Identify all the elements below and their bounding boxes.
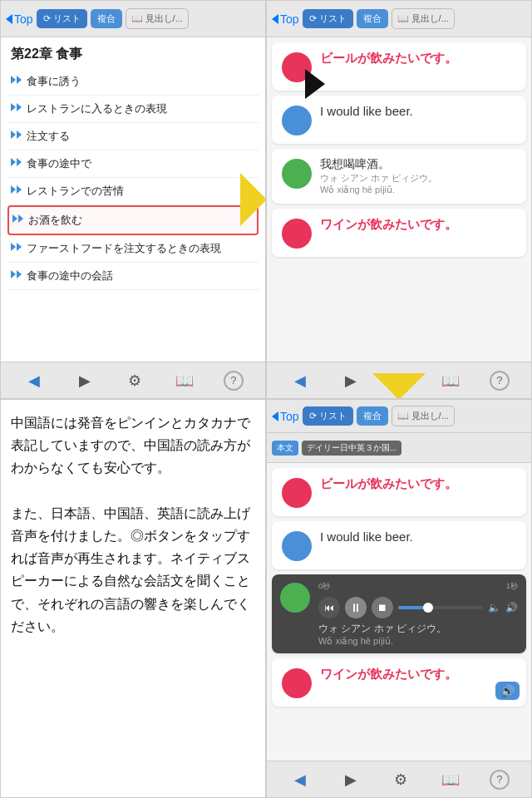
double-arrow-icon [12,214,23,223]
speaker-badge[interactable]: 🔊 [495,682,520,700]
nav-bar-toc: Top ⟳ リスト 複合 📖 見出し/... [1,1,265,37]
forward-nav-icon2[interactable]: ▶ [339,369,362,392]
dot-pink3 [282,478,312,508]
sub-nav: 本文 デイリー日中英３か国... [267,433,531,463]
player-phonetic-kana: ウォ シアン ホァ ピィジウ。 [318,622,518,636]
gear-icon[interactable]: ⚙ [123,369,146,392]
sub-tab-honbun[interactable]: 本文 [272,441,298,456]
player-card-jp-text: ビールが飲みたいです。 [320,476,516,492]
back-nav-icon[interactable]: ◀ [22,369,46,392]
compound-btn-toc[interactable]: 複合 [91,9,122,28]
book-nav-icon[interactable]: 📖 [173,369,196,392]
heading-btn-cards[interactable]: 📖 見出し/... [392,8,455,29]
double-arrow-icon [11,158,22,166]
panel-toc: Top ⟳ リスト 複合 📖 見出し/... 第22章 食事 食事に誘う レスト… [0,0,266,399]
back-button-toc[interactable]: Top [6,12,33,26]
pause-btn[interactable]: ⏸ [345,597,367,618]
list-icon: ⟳ [43,13,51,24]
card-zh[interactable]: 我想喝啤酒。 ウォ シアン ホァ ピィジウ。 Wǒ xiǎng hē píjiǔ… [272,149,526,204]
dot-blue3 [282,531,312,561]
back-nav-icon3[interactable]: ◀ [288,768,312,791]
dot-pink4 [282,668,312,698]
player-card-jp2-text: ワインが飲みたいです。 [320,667,516,682]
list-item-selected[interactable]: お酒を飲む [7,205,259,235]
card-jp2-text: ワインが飲みたいです。 [320,217,516,233]
panel-cards: Top ⟳ リスト 複合 📖 見出し/... ビールが飲みたいです。 I wou… [266,0,532,399]
book-nav-icon3[interactable]: 📖 [439,768,462,791]
back-label-player: Top [280,410,299,423]
list-btn-cards[interactable]: ⟳ リスト [303,9,353,28]
player-cards-list: ビールが飲みたいです。 I would like beer. 0秒 1秒 ⏮ ⏸… [267,463,531,712]
card-phonetic-pinyin: Wǒ xiǎng hē píjiǔ. [320,185,516,195]
back-button-player[interactable]: Top [272,410,299,423]
gear-icon3[interactable]: ⚙ [389,768,412,791]
dot-green [282,159,312,189]
dot-pink2 [282,219,312,249]
skip-back-btn[interactable]: ⏮ [318,597,340,618]
stop-btn[interactable]: ⏹ [372,597,393,618]
double-arrow-icon [11,243,22,251]
forward-nav-icon[interactable]: ▶ [73,369,96,392]
player-card-en-text: I would like beer. [320,530,516,544]
list-btn-player[interactable]: ⟳ リスト [303,406,353,426]
card-jp-text: ビールが飲みたいです。 [320,51,516,66]
bottom-nav-player: ◀ ▶ ⚙ 📖 ? [267,761,531,797]
chapter-title: 第22章 食事 [1,37,265,68]
progress-thumb [423,603,433,613]
bottom-nav-toc: ◀ ▶ ⚙ 📖 ? [1,362,265,398]
card-en[interactable]: I would like beer. [272,96,526,144]
list-item[interactable]: ファーストフードを注文するときの表現 [7,235,259,263]
panel-player: Top ⟳ リスト 複合 📖 見出し/... 本文 デイリー日中英３か国... … [266,399,532,798]
double-arrow-icon [11,270,22,278]
double-arrow-icon [11,76,22,84]
heading-btn-toc[interactable]: 📖 見出し/... [126,8,189,29]
compound-btn-player[interactable]: 複合 [357,406,388,426]
time-start: 0秒 [318,581,330,592]
back-button-cards[interactable]: Top [272,12,299,26]
panel-desc: 中国語には発音をピンインとカタカナで表記していますので、中国語の読み方がわからな… [0,399,266,798]
card-jp2[interactable]: ワインが飲みたいです。 [272,209,526,257]
chevron-left-icon [272,14,278,24]
player-card-jp[interactable]: ビールが飲みたいです。 [272,468,526,516]
help-icon3[interactable]: ? [490,770,510,790]
double-arrow-icon [11,185,22,194]
card-phonetic-kana: ウォ シアン ホァ ピィジウ。 [320,172,516,185]
player-card-zh[interactable]: 0秒 1秒 ⏮ ⏸ ⏹ 🔈 🔊 ウォ シアン ホァ ピィジウ。 Wǒ xiǎng… [272,574,526,653]
back-label-toc: Top [14,12,33,26]
sub-tab-daily[interactable]: デイリー日中英３か国... [302,441,401,456]
description-text: 中国語には発音をピンインとカタカナで表記していますので、中国語の読み方がわからな… [11,411,255,638]
book-icon2: 📖 [397,13,409,24]
forward-nav-icon3[interactable]: ▶ [339,768,362,791]
card-zh-text: 我想喝啤酒。 [320,157,516,172]
compound-btn-cards[interactable]: 複合 [357,9,388,28]
book-icon3: 📖 [397,411,409,421]
list-item[interactable]: レストランに入るときの表現 [7,96,259,123]
back-nav-icon2[interactable]: ◀ [288,369,312,392]
list-icon2: ⟳ [309,13,317,24]
volume-low-icon: 🔈 [488,602,500,613]
chevron-left-icon [6,14,12,24]
list-item[interactable]: 食事に誘う [7,68,259,96]
list-item[interactable]: 注文する [7,123,259,150]
list-item[interactable]: 食事の途中で [7,150,259,178]
help-icon[interactable]: ? [224,371,244,391]
time-end: 1秒 [506,581,518,592]
player-card-jp2[interactable]: ワインが飲みたいです。 🔊 [272,658,526,707]
heading-btn-player[interactable]: 📖 見出し/... [392,406,455,426]
dot-blue [282,106,312,135]
player-phonetic-pinyin: Wǒ xiǎng hē píjiǔ. [318,636,518,647]
toc-list: 食事に誘う レストランに入るときの表現 注文する 食事の途中で レストランでの苦… [1,68,265,290]
progress-bar[interactable] [398,606,483,609]
double-arrow-icon [11,131,22,139]
book-nav-icon2[interactable]: 📖 [439,369,462,392]
player-card-en[interactable]: I would like beer. [272,521,526,569]
back-label-cards: Top [280,12,299,26]
list-btn-toc[interactable]: ⟳ リスト [37,9,87,28]
list-icon3: ⟳ [309,411,317,421]
dot-green3 [280,583,310,613]
volume-high-icon: 🔊 [505,602,518,613]
help-icon2[interactable]: ? [490,371,510,391]
list-item[interactable]: レストランでの苦情 [7,178,259,205]
card-en-text: I would like beer. [320,104,516,118]
list-item[interactable]: 食事の途中の会話 [7,263,259,290]
